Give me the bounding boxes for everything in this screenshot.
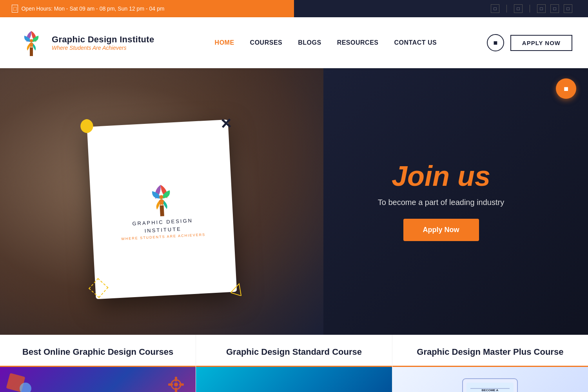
social-icon-fb[interactable]: □ (491, 4, 499, 13)
header-actions: ■ APPLY NOW (487, 34, 572, 51)
apply-now-button-hero[interactable]: Apply Now (403, 219, 479, 241)
course-header-1: Best Online Graphic Design Courses (0, 335, 196, 367)
svg-point-7 (174, 383, 178, 387)
search-button[interactable]: ■ (487, 34, 504, 51)
logo-subtitle: Where Students Are Achievers (52, 45, 154, 51)
course-header-3: Graphic Design Master Plus Course (392, 335, 588, 367)
svg-rect-8 (175, 377, 177, 381)
svg-rect-10 (168, 383, 173, 386)
social-separator-1 (506, 5, 507, 13)
logo-icon (16, 27, 47, 58)
header: Graphic Design Institute Where Students … (0, 17, 588, 68)
gear-icon (164, 373, 188, 392)
design-elem-2 (20, 383, 31, 392)
top-bar: □ Open Hours: Mon - Sat 09 am - 08 pm, S… (0, 0, 588, 17)
svg-point-2 (30, 39, 33, 42)
tablet-mockup: BECOME A GRAPHIC DESIGN Professional (455, 375, 525, 392)
course-image-3: BECOME A GRAPHIC DESIGN Professional (392, 367, 588, 392)
social-icon-yt[interactable]: □ (550, 4, 559, 13)
logo-title: Graphic Design Institute (52, 34, 154, 45)
course-card-3: Graphic Design Master Plus Course BECOME… (392, 335, 588, 392)
hours-text: Open Hours: Mon - Sat 09 am - 08 pm, Sun… (21, 5, 164, 12)
social-icon-ig[interactable]: □ (537, 4, 546, 13)
svg-rect-9 (175, 388, 177, 392)
hero-subtitle: To become a part of leading industry (378, 198, 504, 207)
hero-section: ✕ (0, 68, 588, 335)
course-image-2: Ps G (196, 367, 392, 392)
top-bar-social: □ □ □ □ □ (294, 4, 588, 13)
floating-action-button[interactable]: ■ (556, 78, 576, 99)
card-mockup: ✕ (87, 120, 237, 299)
courses-section: Best Online Graphic Design Courses Onlin… (0, 335, 588, 392)
social-icon-li[interactable]: □ (564, 4, 572, 13)
course-image-1: Online Graphic (0, 367, 196, 392)
course-card-1: Best Online Graphic Design Courses Onlin… (0, 335, 196, 392)
nav-home[interactable]: HOME (215, 39, 234, 46)
clock-icon: □ (12, 5, 18, 13)
hero-image-area: ✕ (0, 68, 323, 335)
svg-rect-4 (160, 205, 164, 216)
hero-content: Join us To become a part of leading indu… (294, 68, 588, 335)
course-header-2: Graphic Design Standard Course (196, 335, 392, 367)
svg-rect-0 (30, 47, 33, 56)
social-icon-tw[interactable]: □ (514, 4, 523, 13)
logo-text: Graphic Design Institute Where Students … (52, 34, 154, 51)
logo-area: Graphic Design Institute Where Students … (16, 27, 165, 58)
card-title: Graphic Design INSTITUTE (132, 218, 193, 234)
course-card-2: Graphic Design Standard Course Ps G (196, 335, 392, 392)
main-nav: HOME COURSES BLOGS RESOURCES CONTACT US (165, 39, 487, 46)
course-title-1: Best Online Graphic Design Courses (9, 347, 186, 358)
card-logo-tree (141, 179, 182, 220)
course-title-2: Graphic Design Standard Course (205, 347, 382, 358)
nav-resources[interactable]: RESOURCES (337, 39, 379, 46)
apply-now-button-header[interactable]: APPLY NOW (510, 35, 572, 51)
nav-courses[interactable]: COURSES (250, 39, 283, 46)
search-icon: ■ (493, 39, 497, 47)
svg-rect-11 (179, 383, 184, 386)
social-separator-2 (530, 5, 530, 13)
nav-contact[interactable]: CONTACT US (394, 39, 437, 46)
nav-blogs[interactable]: BLOGS (298, 39, 321, 46)
course-title-3: Graphic Design Master Plus Course (402, 347, 579, 358)
svg-text:BECOME A: BECOME A (482, 388, 499, 392)
top-bar-hours: □ Open Hours: Mon - Sat 09 am - 08 pm, S… (0, 5, 294, 13)
floating-icon: ■ (564, 84, 568, 93)
hero-title: Join us (392, 162, 490, 190)
